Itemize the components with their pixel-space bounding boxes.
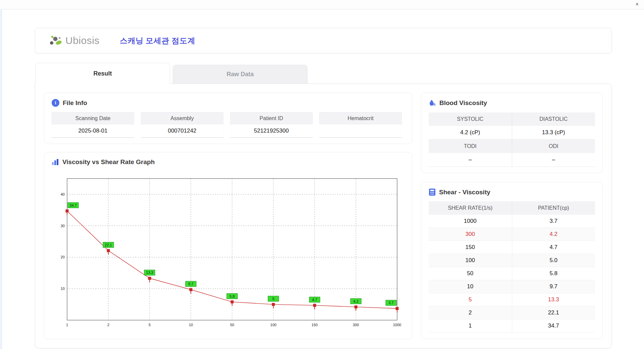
shear-table-body: 1000 3.7 300 4.2 150 4.7 bbox=[429, 215, 595, 333]
blood-viscosity-card: Blood Viscosity SYSTOLIC DIASTOLIC 4.2 (… bbox=[421, 93, 603, 173]
svg-text:150: 150 bbox=[312, 323, 318, 327]
shear-rate-cell: 5 bbox=[429, 293, 512, 306]
field-label: Patient ID bbox=[230, 112, 313, 124]
svg-text:22.1: 22.1 bbox=[105, 243, 112, 247]
shear-patient-cell: 22.1 bbox=[512, 306, 595, 319]
tab-result[interactable]: Result bbox=[35, 63, 170, 84]
field-patient-id: Patient ID 52121925300 bbox=[230, 112, 313, 138]
shear-patient-cell: 13.3 bbox=[512, 293, 595, 306]
svg-text:34.7: 34.7 bbox=[69, 203, 76, 207]
odi-label: ODI bbox=[512, 140, 595, 153]
close-icon[interactable]: × bbox=[636, 1, 639, 8]
page-title: 스캐닝 모세관 점도계 bbox=[120, 36, 195, 46]
shear-rate-cell: 300 bbox=[429, 228, 512, 241]
info-icon: i bbox=[52, 99, 59, 107]
todi-value: – bbox=[429, 153, 512, 167]
systolic-value: 4.2 (cP) bbox=[429, 126, 512, 140]
chart-area: 102030401251050100150300100034.722.113.3… bbox=[52, 171, 405, 333]
shear-row: 300 4.2 bbox=[429, 228, 595, 241]
svg-text:20: 20 bbox=[61, 255, 65, 259]
window-left-edge bbox=[0, 9, 2, 349]
systolic-label: SYSTOLIC bbox=[429, 112, 512, 126]
shear-rate-cell: 50 bbox=[429, 267, 512, 280]
odi-value: – bbox=[512, 153, 595, 167]
left-column: i File Info Scanning Date 2025-08-01 Ass… bbox=[44, 93, 412, 339]
bar-chart-icon bbox=[52, 159, 59, 165]
shear-patient-cell: 3.7 bbox=[512, 215, 595, 228]
svg-text:10: 10 bbox=[61, 287, 65, 291]
shear-table-header: SHEAR RATE(1/s) PATIENT(cp) bbox=[429, 201, 595, 215]
field-value: 000701242 bbox=[141, 124, 223, 138]
svg-text:13.3: 13.3 bbox=[146, 270, 153, 275]
field-value: 52121925300 bbox=[230, 124, 313, 138]
field-value bbox=[319, 124, 402, 138]
svg-text:4.7: 4.7 bbox=[312, 298, 317, 302]
window-titlebar: × bbox=[0, 0, 644, 9]
header-card: Ubiosis 스캐닝 모세관 점도계 bbox=[35, 28, 612, 53]
blood-viscosity-title: Blood Viscosity bbox=[439, 99, 487, 107]
shear-row: 5 13.3 bbox=[429, 293, 595, 306]
svg-text:300: 300 bbox=[353, 323, 359, 327]
shear-row: 10 9.7 bbox=[429, 280, 595, 293]
svg-text:3.7: 3.7 bbox=[388, 301, 393, 305]
patient-column-header: PATIENT(cp) bbox=[512, 201, 595, 215]
field-hematocrit: Hematocrit bbox=[319, 112, 402, 138]
svg-text:9.7: 9.7 bbox=[188, 282, 193, 286]
field-label: Scanning Date bbox=[52, 112, 134, 124]
shear-rate-cell: 150 bbox=[429, 241, 512, 254]
svg-text:1: 1 bbox=[66, 323, 68, 327]
shear-patient-cell: 4.7 bbox=[512, 241, 595, 254]
svg-text:10: 10 bbox=[189, 323, 193, 327]
graph-title: Viscosity vs Shear Rate Graph bbox=[62, 158, 155, 166]
shear-rate-cell: 10 bbox=[429, 280, 512, 293]
svg-text:1000: 1000 bbox=[393, 323, 401, 327]
svg-text:5: 5 bbox=[149, 323, 151, 327]
shear-rate-cell: 2 bbox=[429, 306, 512, 319]
shear-row: 50 5.8 bbox=[429, 267, 595, 280]
svg-text:5.8: 5.8 bbox=[229, 294, 234, 298]
file-info-card: i File Info Scanning Date 2025-08-01 Ass… bbox=[44, 93, 412, 144]
svg-text:4.2: 4.2 bbox=[353, 299, 358, 303]
shear-viscosity-title: Shear - Viscosity bbox=[439, 189, 490, 196]
page-content: Ubiosis 스캐닝 모세관 점도계 Result Raw Data i Fi… bbox=[0, 9, 644, 348]
tab-raw-data[interactable]: Raw Data bbox=[173, 65, 308, 84]
shear-rate-cell: 1000 bbox=[429, 215, 512, 228]
right-column: Blood Viscosity SYSTOLIC DIASTOLIC 4.2 (… bbox=[421, 93, 603, 339]
droplet-icon bbox=[429, 99, 436, 107]
shear-row: 1000 3.7 bbox=[429, 215, 595, 228]
blood-viscosity-table: SYSTOLIC DIASTOLIC 4.2 (cP) 13.3 (cP) TO… bbox=[429, 112, 595, 167]
file-info-fields: Scanning Date 2025-08-01 Assembly 000701… bbox=[52, 112, 405, 138]
calculator-icon bbox=[429, 188, 436, 196]
shear-row: 100 5.0 bbox=[429, 254, 595, 267]
field-label: Assembly bbox=[141, 112, 223, 124]
shear-patient-cell: 9.7 bbox=[512, 280, 595, 293]
tab-result-label: Result bbox=[93, 70, 112, 77]
svg-text:40: 40 bbox=[61, 192, 65, 196]
svg-text:50: 50 bbox=[230, 323, 234, 327]
todi-label: TODI bbox=[429, 140, 512, 153]
shear-row: 1 34.7 bbox=[429, 319, 595, 333]
shear-rate-cell: 1 bbox=[429, 319, 512, 332]
shear-patient-cell: 4.2 bbox=[512, 228, 595, 241]
field-label: Hematocrit bbox=[319, 112, 402, 124]
shear-row: 150 4.7 bbox=[429, 241, 595, 254]
shear-row: 2 22.1 bbox=[429, 306, 595, 319]
svg-text:5: 5 bbox=[272, 297, 274, 301]
app-window: × Ubiosis 스캐닝 모세관 점도계 bbox=[0, 0, 644, 348]
svg-text:100: 100 bbox=[270, 323, 276, 327]
logo-text: Ubiosis bbox=[65, 35, 100, 46]
graph-card: Viscosity vs Shear Rate Graph 1020304012… bbox=[44, 152, 412, 339]
shear-patient-cell: 34.7 bbox=[512, 319, 595, 332]
shear-rate-column-header: SHEAR RATE(1/s) bbox=[429, 201, 512, 215]
svg-text:30: 30 bbox=[61, 224, 65, 228]
field-scanning-date: Scanning Date 2025-08-01 bbox=[52, 112, 134, 138]
svg-text:2: 2 bbox=[107, 323, 109, 327]
shear-viscosity-table: SHEAR RATE(1/s) PATIENT(cp) 1000 3.7 300… bbox=[429, 201, 595, 333]
shear-rate-cell: 100 bbox=[429, 254, 512, 267]
ubiosis-logo: Ubiosis bbox=[49, 34, 100, 47]
field-value: 2025-08-01 bbox=[52, 124, 134, 138]
diastolic-value: 13.3 (cP) bbox=[512, 126, 595, 140]
file-info-title: File Info bbox=[63, 99, 87, 107]
logo-leaf-icon bbox=[49, 34, 63, 47]
tab-bar: Result Raw Data bbox=[35, 63, 612, 84]
